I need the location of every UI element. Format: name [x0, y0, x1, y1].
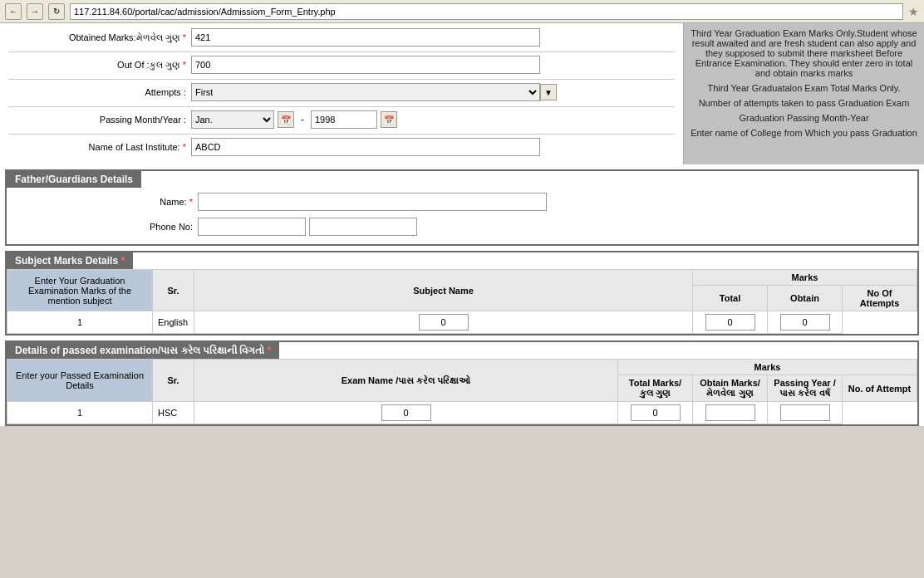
last-institute-row: Name of Last Institute: *: [8, 136, 675, 158]
passed-exam-title: Details of passed examination/પાસ કરેલ પ…: [7, 342, 279, 359]
subject-total-input[interactable]: [419, 314, 469, 331]
passed-col-exam: Exam Name /પાસ કરેલ પરિક્ષાઓ: [194, 360, 618, 402]
passed-total-input[interactable]: [381, 404, 431, 421]
passed-col-total: Total Marks/ કુલ ગુણ: [618, 375, 693, 402]
col-sr-header: Sr.: [153, 270, 194, 311]
passed-exam-cell: HSC: [153, 402, 194, 424]
col-attempts-header: No Of Attempts: [843, 286, 917, 311]
subject-obtain-cell[interactable]: [693, 311, 768, 334]
passed-attempt-cell[interactable]: [768, 402, 843, 424]
address-bar[interactable]: [70, 3, 903, 20]
passed-total-cell[interactable]: [194, 402, 618, 424]
subject-desc-cell: Enter Your Graduation Examination Marks …: [7, 270, 153, 311]
last-institute-input[interactable]: [191, 138, 540, 156]
top-section: Obtained Marks:મેળવેલ ગુણ * Out Of :કુલ …: [0, 23, 924, 164]
info-text-1: Third Year Graduation Exam Marks Only.St…: [691, 28, 917, 78]
guardian-phone-input1[interactable]: [198, 218, 306, 236]
obtained-marks-row: Obtained Marks:મેળવેલ ગુણ *: [8, 27, 675, 48]
subject-table-row: 1 English: [7, 311, 917, 334]
obtained-marks-label: Obtained Marks:મેળવેલ ગુણ *: [8, 32, 191, 43]
subject-sr-cell: 1: [7, 311, 153, 334]
out-of-row: Out Of :કુલ ગુણ *: [8, 54, 675, 76]
passed-obtain-cell[interactable]: [618, 402, 693, 424]
guardian-name-label: Name: *: [15, 197, 198, 207]
passed-desc-cell: Enter your Passed Examination Details: [7, 360, 153, 402]
passed-col-year: Passing Year / પાસ કરેલ વર્ષ: [768, 375, 843, 402]
info-text-4: Graduation Passing Month-Year: [691, 113, 917, 123]
forward-button[interactable]: →: [27, 3, 43, 20]
month-year-inputs: Jan. Feb. Mar. Apr. 📅 - 📅: [191, 110, 397, 129]
subject-attempts-input[interactable]: [780, 314, 830, 331]
guardian-name-row: Name: *: [15, 191, 909, 213]
guardian-body: Name: * Phone No:: [7, 188, 917, 244]
obtained-marks-input[interactable]: [191, 28, 540, 47]
guardian-phone-row: Phone No:: [15, 216, 909, 238]
subject-name-cell: English: [153, 311, 194, 334]
passed-table-row: 1 HSC: [7, 402, 917, 424]
last-institute-label: Name of Last Institute: *: [8, 142, 191, 152]
passing-year-input[interactable]: [311, 110, 377, 129]
browser-toolbar: ← → ↻ ★: [0, 0, 924, 23]
col-obtain-header: Obtain: [768, 286, 843, 311]
passed-exam-table: Enter your Passed Examination Details Sr…: [7, 359, 917, 424]
subject-total-cell[interactable]: [194, 311, 693, 334]
col-marks-header: Marks: [693, 270, 917, 286]
guardian-phone-input2[interactable]: [309, 218, 417, 236]
guardian-section: Father/Guardians Details Name: * Phone N…: [5, 169, 919, 246]
subject-marks-title: Subject Marks Details *: [7, 252, 133, 269]
col-total-header: Total: [693, 286, 768, 311]
dash-separator: -: [297, 114, 307, 125]
passed-col-attempt: No. of Attempt: [843, 375, 917, 402]
back-button[interactable]: ←: [5, 3, 22, 20]
guardian-title: Father/Guardians Details: [7, 171, 917, 188]
out-of-input[interactable]: [191, 56, 540, 74]
subject-marks-section: Subject Marks Details * Enter Your Gradu…: [5, 251, 919, 336]
refresh-button[interactable]: ↻: [48, 3, 65, 20]
graduation-form: Obtained Marks:મેળવેલ ગુણ * Out Of :કુલ …: [0, 23, 683, 164]
attempts-select[interactable]: First Second Third: [191, 83, 540, 101]
info-text-3: Number of attempts taken to pass Graduat…: [691, 98, 917, 108]
attempts-dropdown-btn[interactable]: ▼: [540, 84, 557, 100]
main-content: Obtained Marks:મેળવેલ ગુણ * Out Of :કુલ …: [0, 23, 924, 426]
passed-col-sr: Sr.: [153, 360, 194, 402]
passing-month-select[interactable]: Jan. Feb. Mar. Apr.: [191, 110, 274, 129]
passed-year-input[interactable]: [705, 404, 755, 421]
passed-sr-cell: 1: [7, 402, 153, 424]
info-text-5: Enter name of College from Which you pas…: [691, 128, 917, 138]
passed-attempt-input[interactable]: [780, 404, 830, 421]
guardian-name-input[interactable]: [198, 193, 547, 211]
passing-month-year-label: Passing Month/Year :: [8, 115, 191, 125]
passing-month-year-row: Passing Month/Year : Jan. Feb. Mar. Apr.…: [8, 109, 675, 130]
attempts-row: Attempts : First Second Third ▼: [8, 81, 675, 103]
guardian-phone-label: Phone No:: [15, 222, 198, 232]
subject-marks-table: Enter Your Graduation Examination Marks …: [7, 269, 917, 334]
month-cal-btn[interactable]: 📅: [278, 111, 294, 128]
passed-year-cell[interactable]: [693, 402, 768, 424]
subject-marks-body: Enter Your Graduation Examination Marks …: [7, 269, 917, 334]
info-panel: Third Year Graduation Exam Marks Only.St…: [683, 23, 924, 164]
attempts-label: Attempts :: [8, 87, 191, 97]
col-subject-header: Subject Name: [194, 270, 693, 311]
subject-marks-title-bar: Subject Marks Details *: [7, 252, 917, 269]
out-of-label: Out Of :કુલ ગુણ *: [8, 60, 191, 71]
subject-obtain-input[interactable]: [705, 314, 755, 331]
subject-attempts-cell[interactable]: [768, 311, 843, 334]
passed-exam-title-bar: Details of passed examination/પાસ કરેલ પ…: [7, 342, 917, 359]
passed-col-obtain: Obtain Marks/ મેળવેલા ગુણ: [693, 375, 768, 402]
passed-exam-section: Details of passed examination/પાસ કરેલ પ…: [5, 340, 919, 426]
passed-col-marks: Marks: [618, 360, 917, 375]
passed-exam-body: Enter your Passed Examination Details Sr…: [7, 359, 917, 424]
passed-obtain-input[interactable]: [631, 404, 681, 421]
bookmark-icon[interactable]: ★: [908, 5, 919, 18]
info-text-2: Third Year Graduatalon Exam Total Marks …: [691, 83, 917, 93]
year-cal-btn[interactable]: 📅: [381, 111, 397, 128]
